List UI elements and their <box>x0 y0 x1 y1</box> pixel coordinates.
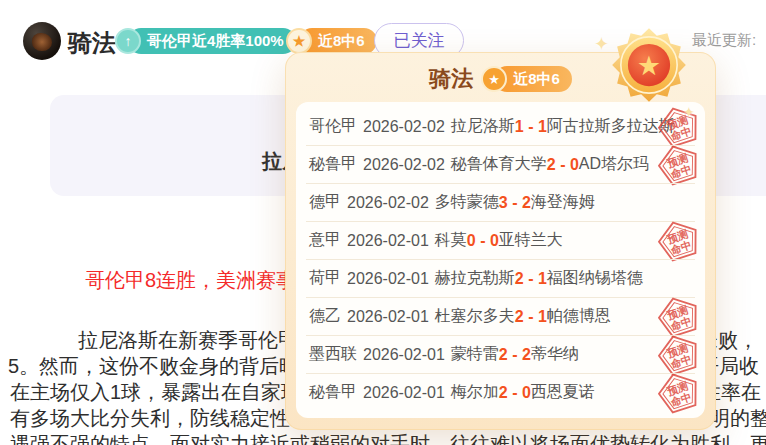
star-icon: ★ <box>481 66 507 92</box>
match-date: 2026-02-01 <box>347 308 429 326</box>
recent-hits-badge: ★ 近8中6 <box>286 28 377 54</box>
league: 荷甲 <box>309 268 341 289</box>
score: 2 - 2 <box>499 346 531 364</box>
score: 2 - 0 <box>499 384 531 402</box>
win-rate-badge-label: 哥伦甲近4胜率100% <box>128 28 296 54</box>
match-date: 2026-02-02 <box>363 118 445 136</box>
away-team: 海登海姆 <box>531 192 595 213</box>
league: 秘鲁甲 <box>309 154 357 175</box>
match-date: 2026-02-02 <box>363 156 445 174</box>
home-team: 赫拉克勒斯 <box>435 268 515 289</box>
match-row: 墨西联2026-02-01蒙特雷2 - 2蒂华纳 预测命中 <box>296 336 705 373</box>
popup-title: 骑法 <box>429 64 473 94</box>
svg-text:★: ★ <box>637 50 661 81</box>
prediction-history-popup: ★ 骑法 ★ 近8中6 哥伦甲2026-02-02拉尼洛斯1 - 1阿古拉斯多拉… <box>285 52 716 430</box>
league: 德甲 <box>309 192 341 213</box>
match-row: 秘鲁甲2026-02-01梅尔加2 - 0西恩夏诺 预测命中 <box>296 374 705 411</box>
home-team: 蒙特雷 <box>451 344 499 365</box>
league: 意甲 <box>309 230 341 251</box>
match-row: 德乙2026-02-01杜塞尔多夫2 - 1帕德博恩 预测命中 <box>296 298 705 335</box>
away-team: 亚特兰大 <box>499 230 563 251</box>
match-date: 2026-02-01 <box>347 270 429 288</box>
username: 骑法 <box>68 27 116 59</box>
match-date: 2026-02-01 <box>347 232 429 250</box>
win-rate-badge: ↑ 哥伦甲近4胜率100% <box>115 28 296 54</box>
sparkle-icon: ✦ <box>683 104 695 120</box>
up-arrow-icon: ↑ <box>115 28 141 54</box>
home-team: 梅尔加 <box>451 382 499 403</box>
match-row: 哥伦甲2026-02-02拉尼洛斯1 - 1阿古拉斯多拉达斯 预测命中 <box>296 108 705 145</box>
match-row: 德甲2026-02-02多特蒙德3 - 2海登海姆 预测命中 <box>296 184 705 221</box>
last-update-label: 最近更新: <box>692 31 756 50</box>
league: 墨西联 <box>309 344 357 365</box>
avatar[interactable] <box>23 22 61 60</box>
prediction-list: 哥伦甲2026-02-02拉尼洛斯1 - 1阿古拉斯多拉达斯 预测命中 秘鲁甲2… <box>296 102 705 418</box>
star-icon: ★ <box>286 28 312 54</box>
home-team: 杜塞尔多夫 <box>435 306 515 327</box>
match-row: 意甲2026-02-01科莫0 - 0亚特兰大 预测命中 <box>296 222 705 259</box>
match-row: 秘鲁甲2026-02-02秘鲁体育大学2 - 0AD塔尔玛 预测命中 <box>296 146 705 183</box>
away-team: 西恩夏诺 <box>531 382 595 403</box>
away-team: AD塔尔玛 <box>579 154 649 175</box>
score: 2 - 0 <box>547 156 579 174</box>
score: 2 - 1 <box>515 270 547 288</box>
score: 1 - 1 <box>515 118 547 136</box>
league: 德乙 <box>309 306 341 327</box>
home-team: 秘鲁体育大学 <box>451 154 547 175</box>
score: 2 - 1 <box>515 308 547 326</box>
gold-medal-icon: ★ <box>610 26 688 104</box>
score: 3 - 2 <box>499 194 531 212</box>
match-row: 荷甲2026-02-01赫拉克勒斯2 - 1福图纳锡塔德 预测命中 <box>296 260 705 297</box>
match-date: 2026-02-01 <box>363 346 445 364</box>
away-team: 蒂华纳 <box>531 344 579 365</box>
home-team: 多特蒙德 <box>435 192 499 213</box>
away-team: 帕德博恩 <box>547 306 611 327</box>
sparkle-icon: ✦ <box>594 33 609 55</box>
popup-recent-hits-badge: ★ 近8中6 <box>481 66 572 92</box>
league: 秘鲁甲 <box>309 382 357 403</box>
league: 哥伦甲 <box>309 116 357 137</box>
article-line: 遇强不强的特点，面对实力接近或稍弱的对手时，往往难以将场面优势转化为胜利，更值得… <box>10 433 766 445</box>
score: 0 - 0 <box>467 232 499 250</box>
home-team: 拉尼洛斯 <box>451 116 515 137</box>
match-date: 2026-02-01 <box>363 384 445 402</box>
away-team: 福图纳锡塔德 <box>547 268 643 289</box>
match-date: 2026-02-02 <box>347 194 429 212</box>
home-team: 科莫 <box>435 230 467 251</box>
